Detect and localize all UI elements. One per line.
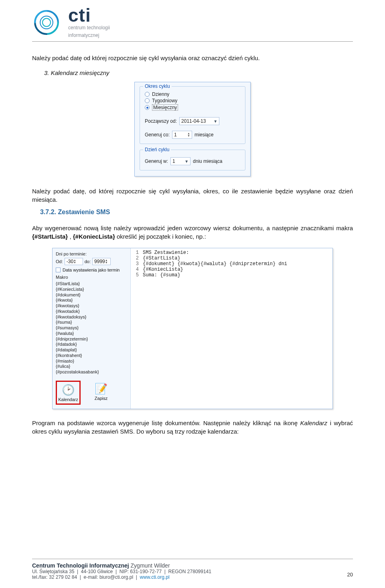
macro-item[interactable]: {#sumasys} (56, 325, 127, 331)
closing-em: Kalendarz (300, 420, 328, 426)
footer-www-link[interactable]: www.cti.org.pl (140, 574, 170, 580)
cycle-settings-panel: Okres cyklu Dzienny Tygodniowy Miesięczn… (134, 82, 251, 176)
kalendarz-button[interactable]: 🕑 Kalendarz (56, 381, 81, 405)
swirl-logo-icon (32, 8, 61, 37)
macro-item[interactable]: {#kwotadok} (56, 309, 127, 314)
svg-point-1 (43, 18, 51, 26)
macro-item[interactable]: {#KoniecLista} (56, 287, 127, 292)
footer-company-bold: Centrum Technologii Informatycznej (32, 562, 129, 569)
closing-paragraph: Program na podstawie wzorca wygeneruje l… (32, 419, 353, 436)
save-icon: 📝 (94, 382, 108, 396)
macro-item[interactable]: {#dokument} (56, 292, 127, 298)
poczawszy-label: Począwszy od: (145, 118, 177, 124)
macro-item[interactable]: {#dniprzetermin} (56, 337, 127, 342)
generuj-w-unit: dniu miesiąca (193, 158, 222, 164)
radio-dzienny[interactable]: Dzienny (145, 91, 240, 97)
code-line: {#dokument} {#kwota}{#waluta} {#dniprzet… (143, 261, 287, 267)
footer-addr-street: Ul. Świętojańska 35 (32, 569, 74, 574)
poczawszy-date-input[interactable]: 2011-04-13 ▼ (179, 117, 219, 125)
od-label: Od: (56, 259, 63, 264)
section-body: Aby wygenerować nową listę należy wprowa… (32, 224, 353, 241)
footer-regon: REGON 278099141 (168, 569, 211, 574)
macro-item[interactable]: {#suma} (56, 320, 127, 325)
step-3-label: 3. Kalendarz miesięczny (44, 69, 353, 76)
code-line: SMS Zestawienie: (143, 250, 189, 255)
kalendarz-button-label: Kalendarz (58, 397, 78, 402)
do-input[interactable]: 9999 ▲▼ (92, 258, 111, 265)
macro-item[interactable]: {#ulica} (56, 364, 127, 369)
generuj-co-value: 1 (174, 132, 177, 138)
radio-tygodniowy-label: Tygodniowy (152, 98, 177, 103)
generuj-w-label: Generuj w: (145, 158, 168, 164)
macro-item[interactable]: {#pozostalokasabank} (56, 369, 127, 375)
okres-cyklu-title: Okres cyklu (143, 83, 172, 89)
macro-editor-panel: Dni po terminie: Od: -30 ▲▼ do: 9999 ▲▼ (52, 248, 333, 409)
checkbox-icon (56, 268, 61, 272)
footer-nip: NIP: 631-190-72-77 (120, 569, 162, 574)
line-number: 5 (133, 272, 139, 278)
zapisz-button[interactable]: 📝 Zapisz (89, 381, 113, 405)
generuj-co-input[interactable]: 1 ▲▼ (172, 131, 192, 139)
radio-icon (145, 92, 150, 97)
brand-sub-2: informatycznej (68, 33, 110, 38)
code-line: Suma: {#suma} (143, 272, 180, 278)
zapisz-button-label: Zapisz (95, 396, 107, 401)
macro-item[interactable]: {#kwotadoksys} (56, 314, 127, 320)
footer-email: e-mail: biuro@cti.org.pl (84, 574, 134, 580)
okres-cyklu-group: Okres cyklu Dzienny Tygodniowy Miesięczn… (140, 86, 245, 144)
macro-item[interactable]: {#datadok} (56, 342, 127, 347)
macro-item[interactable]: {#kwota} (56, 298, 127, 303)
macro-list: {#StartLista} {#KoniecLista} {#dokument}… (56, 281, 127, 375)
od-value: -30 (67, 259, 73, 264)
section-heading: 3.7.2. Zestawienie SMS (40, 209, 353, 216)
macro-item[interactable]: {#miasto} (56, 359, 127, 364)
dzien-cyklu-group: Dzień cyklu Generuj w: 1 ▼ dniu miesiąca (140, 150, 245, 170)
page-number: 20 (347, 572, 353, 578)
macro-start: {#StartLista} (32, 233, 68, 240)
clock-icon: 🕑 (61, 383, 75, 397)
data-wyst-checkbox[interactable]: Data wystawienia jako termin (56, 268, 127, 272)
radio-miesieczny-label: Miesięczny (152, 104, 178, 111)
macro-item[interactable]: {#kwotasys} (56, 303, 127, 309)
brand-mark: cti (68, 8, 110, 23)
radio-dzienny-label: Dzienny (152, 91, 169, 97)
generuj-w-input[interactable]: 1 ▼ (170, 157, 190, 165)
radio-miesieczny[interactable]: Miesięczny (145, 104, 240, 111)
macro-item[interactable]: {#dataplat} (56, 347, 127, 353)
generuj-w-value: 1 (172, 158, 175, 164)
line-number: 1 (133, 250, 139, 255)
macro-sep: , (69, 233, 73, 240)
line-number: 3 (133, 261, 139, 267)
radio-icon (145, 105, 150, 110)
macro-item[interactable]: {#kontrahent} (56, 353, 127, 359)
brand-sub-1: centrum technologii (68, 25, 110, 30)
macro-end: {#KoniecLista} (73, 233, 115, 240)
radio-tygodniowy[interactable]: Tygodniowy (145, 98, 240, 103)
macro-item[interactable]: {#waluta} (56, 331, 127, 337)
after-panel-paragraph: Należy podać datę, od której rozpocznie … (32, 187, 353, 204)
poczawszy-date-value: 2011-04-13 (181, 118, 206, 124)
code-editor[interactable]: 1SMS Zestawienie: 2{#StartLista} 3{#doku… (131, 248, 332, 409)
do-value: 9999 (94, 259, 105, 264)
line-number: 2 (133, 255, 139, 261)
page-footer: Centrum Technologii Informatycznej Zygmu… (32, 559, 353, 580)
radio-icon (145, 98, 150, 103)
macro-sidebar: Dni po terminie: Od: -30 ▲▼ do: 9999 ▲▼ (53, 248, 131, 409)
line-number: 4 (133, 267, 139, 272)
chevron-down-icon: ▼ (184, 159, 188, 164)
brand-block: cti centrum technologii informatycznej (68, 8, 110, 38)
od-input[interactable]: -30 ▲▼ (65, 258, 83, 265)
spinner-icon: ▲▼ (187, 132, 190, 137)
macro-item[interactable]: {#StartLista} (56, 281, 127, 287)
footer-tel: tel./fax: 32 279 02 84 (32, 574, 77, 580)
intro-paragraph: Należy podać datę od której rozpocznie s… (32, 54, 353, 62)
page-header: cti centrum technologii informatycznej (32, 8, 353, 42)
spinner-icon: ▲▼ (73, 259, 76, 264)
generuj-co-label: Generuj co: (145, 132, 170, 138)
section-body-pre: Aby wygenerować nową listę należy wprowa… (32, 225, 353, 231)
footer-company-rest: Zygmunt Wilder (129, 562, 170, 569)
dni-po-terminie-label: Dni po terminie: (56, 251, 127, 256)
data-wyst-label: Data wystawienia jako termin (63, 268, 120, 272)
code-line: {#StartLista} (143, 255, 180, 261)
dzien-cyklu-title: Dzień cyklu (143, 147, 171, 152)
